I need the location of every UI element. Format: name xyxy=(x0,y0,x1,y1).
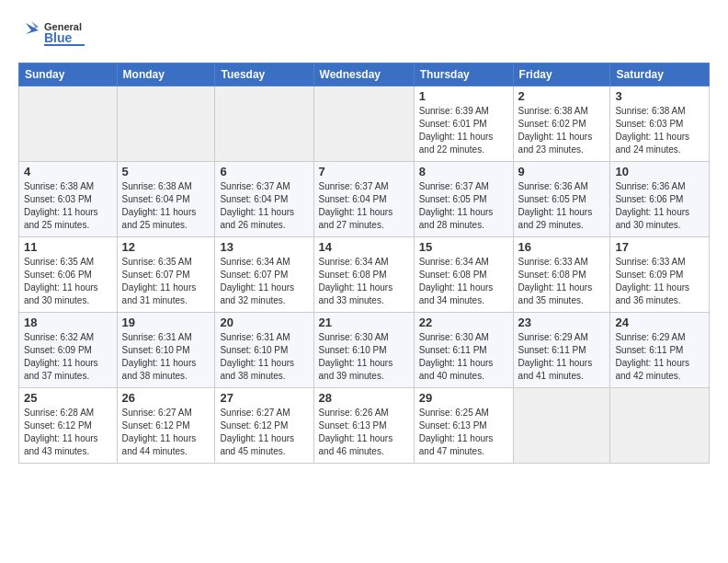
day-info: Sunrise: 6:36 AM Sunset: 6:05 PM Dayligh… xyxy=(518,180,606,232)
calendar-day-cell: 21Sunrise: 6:30 AM Sunset: 6:10 PM Dayli… xyxy=(313,313,414,388)
day-number: 22 xyxy=(419,316,508,329)
calendar-day-cell: 12Sunrise: 6:35 AM Sunset: 6:07 PM Dayli… xyxy=(117,237,215,313)
calendar-day-cell: 29Sunrise: 6:25 AM Sunset: 6:13 PM Dayli… xyxy=(414,388,513,464)
calendar-day-cell: 2Sunrise: 6:38 AM Sunset: 6:02 PM Daylig… xyxy=(513,86,610,162)
day-number: 11 xyxy=(24,240,112,254)
day-info: Sunrise: 6:38 AM Sunset: 6:02 PM Dayligh… xyxy=(518,105,606,156)
calendar-day-cell: 10Sunrise: 6:36 AM Sunset: 6:06 PM Dayli… xyxy=(610,162,710,237)
weekday-header: Sunday xyxy=(19,63,118,86)
day-number: 18 xyxy=(24,316,112,329)
calendar-day-cell: 19Sunrise: 6:31 AM Sunset: 6:10 PM Dayli… xyxy=(117,313,215,388)
day-info: Sunrise: 6:39 AM Sunset: 6:01 PM Dayligh… xyxy=(419,105,508,156)
day-number: 17 xyxy=(615,240,704,254)
day-info: Sunrise: 6:34 AM Sunset: 6:08 PM Dayligh… xyxy=(419,256,508,307)
calendar-day-cell: 15Sunrise: 6:34 AM Sunset: 6:08 PM Dayli… xyxy=(414,237,513,313)
page: General Blue SundayMondayTuesdayWednesda… xyxy=(0,0,728,473)
day-info: Sunrise: 6:37 AM Sunset: 6:05 PM Dayligh… xyxy=(419,180,508,232)
day-info: Sunrise: 6:29 AM Sunset: 6:11 PM Dayligh… xyxy=(615,331,704,383)
calendar-day-cell xyxy=(513,388,610,464)
day-info: Sunrise: 6:27 AM Sunset: 6:12 PM Dayligh… xyxy=(220,407,308,458)
day-number: 27 xyxy=(220,391,308,405)
calendar-week-row: 1Sunrise: 6:39 AM Sunset: 6:01 PM Daylig… xyxy=(19,86,710,162)
weekday-header: Tuesday xyxy=(215,63,313,86)
calendar-day-cell xyxy=(313,86,414,162)
day-info: Sunrise: 6:35 AM Sunset: 6:07 PM Dayligh… xyxy=(122,256,210,307)
day-info: Sunrise: 6:31 AM Sunset: 6:10 PM Dayligh… xyxy=(220,331,308,383)
day-number: 14 xyxy=(319,240,409,254)
calendar-day-cell: 7Sunrise: 6:37 AM Sunset: 6:04 PM Daylig… xyxy=(313,162,414,237)
weekday-header: Monday xyxy=(117,63,215,86)
day-number: 13 xyxy=(220,240,308,254)
weekday-header: Wednesday xyxy=(313,63,414,86)
weekday-header: Friday xyxy=(513,63,610,86)
day-info: Sunrise: 6:30 AM Sunset: 6:10 PM Dayligh… xyxy=(319,331,409,383)
day-number: 16 xyxy=(518,240,606,254)
day-info: Sunrise: 6:30 AM Sunset: 6:11 PM Dayligh… xyxy=(419,331,508,383)
calendar-day-cell: 24Sunrise: 6:29 AM Sunset: 6:11 PM Dayli… xyxy=(610,313,710,388)
calendar-day-cell: 14Sunrise: 6:34 AM Sunset: 6:08 PM Dayli… xyxy=(313,237,414,313)
day-info: Sunrise: 6:29 AM Sunset: 6:11 PM Dayligh… xyxy=(518,331,606,383)
calendar-day-cell: 22Sunrise: 6:30 AM Sunset: 6:11 PM Dayli… xyxy=(414,313,513,388)
day-number: 6 xyxy=(220,165,308,178)
weekday-header: Saturday xyxy=(610,63,710,86)
calendar-day-cell: 26Sunrise: 6:27 AM Sunset: 6:12 PM Dayli… xyxy=(117,388,215,464)
calendar-day-cell: 13Sunrise: 6:34 AM Sunset: 6:07 PM Dayli… xyxy=(215,237,313,313)
calendar-day-cell: 18Sunrise: 6:32 AM Sunset: 6:09 PM Dayli… xyxy=(19,313,118,388)
day-info: Sunrise: 6:34 AM Sunset: 6:08 PM Dayligh… xyxy=(319,256,409,307)
day-number: 12 xyxy=(122,240,210,254)
day-number: 9 xyxy=(518,165,606,178)
logo: General Blue xyxy=(18,14,101,55)
day-info: Sunrise: 6:38 AM Sunset: 6:03 PM Dayligh… xyxy=(615,105,704,156)
calendar-day-cell: 28Sunrise: 6:26 AM Sunset: 6:13 PM Dayli… xyxy=(313,388,414,464)
calendar-day-cell: 3Sunrise: 6:38 AM Sunset: 6:03 PM Daylig… xyxy=(610,86,710,162)
calendar-day-cell: 9Sunrise: 6:36 AM Sunset: 6:05 PM Daylig… xyxy=(513,162,610,237)
calendar-day-cell xyxy=(19,86,118,162)
day-number: 7 xyxy=(319,165,409,178)
day-info: Sunrise: 6:28 AM Sunset: 6:12 PM Dayligh… xyxy=(24,407,112,458)
calendar-day-cell xyxy=(610,388,710,464)
day-number: 3 xyxy=(615,89,704,103)
weekday-header: Thursday xyxy=(414,63,513,86)
calendar-day-cell: 20Sunrise: 6:31 AM Sunset: 6:10 PM Dayli… xyxy=(215,313,313,388)
svg-marker-3 xyxy=(26,23,39,34)
calendar-day-cell: 4Sunrise: 6:38 AM Sunset: 6:03 PM Daylig… xyxy=(19,162,118,237)
day-number: 2 xyxy=(518,89,606,103)
day-info: Sunrise: 6:34 AM Sunset: 6:07 PM Dayligh… xyxy=(220,256,308,307)
calendar-day-cell: 8Sunrise: 6:37 AM Sunset: 6:05 PM Daylig… xyxy=(414,162,513,237)
day-number: 10 xyxy=(615,165,704,178)
day-number: 1 xyxy=(419,89,508,103)
day-number: 4 xyxy=(24,165,112,178)
calendar-week-row: 11Sunrise: 6:35 AM Sunset: 6:06 PM Dayli… xyxy=(19,237,710,313)
day-info: Sunrise: 6:37 AM Sunset: 6:04 PM Dayligh… xyxy=(220,180,308,232)
day-info: Sunrise: 6:31 AM Sunset: 6:10 PM Dayligh… xyxy=(122,331,210,383)
day-number: 26 xyxy=(122,391,210,405)
calendar-table: SundayMondayTuesdayWednesdayThursdayFrid… xyxy=(18,63,710,464)
day-number: 29 xyxy=(419,391,508,405)
day-number: 21 xyxy=(319,316,409,329)
day-info: Sunrise: 6:33 AM Sunset: 6:09 PM Dayligh… xyxy=(615,256,704,307)
day-number: 28 xyxy=(319,391,409,405)
day-info: Sunrise: 6:26 AM Sunset: 6:13 PM Dayligh… xyxy=(319,407,409,458)
day-number: 8 xyxy=(419,165,508,178)
day-number: 25 xyxy=(24,391,112,405)
logo-svg: General Blue xyxy=(18,14,101,55)
day-number: 24 xyxy=(615,316,704,329)
calendar-day-cell xyxy=(215,86,313,162)
day-number: 15 xyxy=(419,240,508,254)
day-info: Sunrise: 6:38 AM Sunset: 6:03 PM Dayligh… xyxy=(24,180,112,232)
calendar-week-row: 25Sunrise: 6:28 AM Sunset: 6:12 PM Dayli… xyxy=(19,388,710,464)
calendar-day-cell: 1Sunrise: 6:39 AM Sunset: 6:01 PM Daylig… xyxy=(414,86,513,162)
calendar-day-cell: 23Sunrise: 6:29 AM Sunset: 6:11 PM Dayli… xyxy=(513,313,610,388)
calendar-header-row: SundayMondayTuesdayWednesdayThursdayFrid… xyxy=(19,63,710,86)
calendar-day-cell: 11Sunrise: 6:35 AM Sunset: 6:06 PM Dayli… xyxy=(19,237,118,313)
day-info: Sunrise: 6:35 AM Sunset: 6:06 PM Dayligh… xyxy=(24,256,112,307)
day-number: 23 xyxy=(518,316,606,329)
day-info: Sunrise: 6:37 AM Sunset: 6:04 PM Dayligh… xyxy=(319,180,409,232)
day-info: Sunrise: 6:25 AM Sunset: 6:13 PM Dayligh… xyxy=(419,407,508,458)
svg-text:Blue: Blue xyxy=(44,30,73,45)
calendar-day-cell: 5Sunrise: 6:38 AM Sunset: 6:04 PM Daylig… xyxy=(117,162,215,237)
calendar-day-cell: 25Sunrise: 6:28 AM Sunset: 6:12 PM Dayli… xyxy=(19,388,118,464)
calendar-day-cell: 16Sunrise: 6:33 AM Sunset: 6:08 PM Dayli… xyxy=(513,237,610,313)
calendar-day-cell: 17Sunrise: 6:33 AM Sunset: 6:09 PM Dayli… xyxy=(610,237,710,313)
day-number: 20 xyxy=(220,316,308,329)
